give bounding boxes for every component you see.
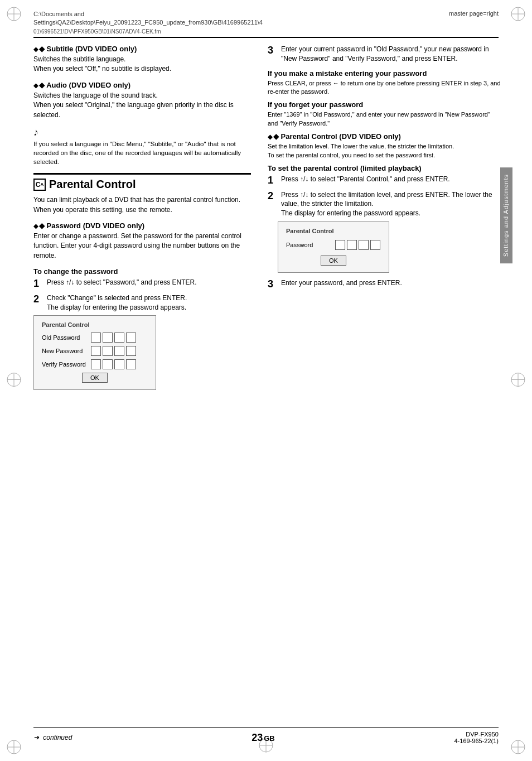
parental-dvd-section: ◆ Parental Control (DVD VIDEO only) Set … [268, 132, 501, 160]
subtitle-title: ◆ Subtitle (DVD VIDEO only) [33, 45, 251, 53]
old-password-boxes [91, 333, 136, 343]
pw-box-9 [91, 359, 101, 369]
set-step-2: 2 Press ↑/↓ to select the limitation lev… [268, 190, 501, 218]
dialog1-verify-password-row: Verify Password [42, 359, 148, 369]
set-step-3-text: Enter your password, and press ENTER. [281, 278, 501, 291]
pw-box-7 [114, 346, 124, 356]
step-2: 2 Check "Change" is selected and press E… [33, 293, 251, 312]
model-info: DVP-FX950 4-169-965-22(1) [454, 731, 499, 744]
note-section: ♪ If you select a language in "Disc Menu… [33, 127, 251, 166]
header-master-page: master page=right [449, 10, 499, 17]
dialog2-ok-button: OK [321, 256, 346, 266]
pw-box-3 [114, 333, 124, 343]
verify-password-boxes [91, 359, 136, 369]
pw-box-4 [126, 333, 136, 343]
dialog1-old-label: Old Password [42, 334, 86, 341]
page-header: C:\Documents and Settings\QA2\Desktop\Fe… [33, 10, 499, 38]
mistake-title: If you make a mistake entering your pass… [268, 69, 501, 78]
parental-control-section: CA Parental Control You can limit playba… [33, 173, 251, 390]
corner-mark-ml [6, 372, 22, 390]
parental-dvd-body: Set the limitation level. The lower the … [268, 142, 501, 160]
pw2-box-4 [370, 240, 380, 250]
page-footer: continued 23 GB DVP-FX950 4-169-965-22(1… [33, 727, 499, 744]
dialog1-ok-row: OK [42, 373, 148, 383]
pw-box-12 [126, 359, 136, 369]
set-parental-section: To set the parental control (limited pla… [268, 164, 501, 291]
step-2-num: 2 [33, 293, 43, 312]
forget-title: If you forget your password [268, 100, 501, 109]
corner-mark-mr [510, 372, 526, 390]
dialog2-password-label: Password [286, 242, 331, 248]
dialog1-old-password-row: Old Password [42, 333, 148, 343]
side-tab: Settings and Adjustments [500, 167, 512, 263]
dialog-parental-control: Parental Control Password OK [278, 221, 389, 273]
password-body: Enter or change a password. Set the pass… [33, 232, 251, 261]
pw-box-2 [103, 333, 113, 343]
page-number: 23 GB [252, 732, 275, 744]
step-1-num: 1 [33, 278, 43, 290]
dialog2-password-row: Password [286, 240, 381, 250]
step-3: 3 Enter your current password in "Old Pa… [268, 45, 501, 64]
parental-control-title: CA Parental Control [33, 178, 251, 191]
dialog1-verify-label: Verify Password [42, 361, 86, 368]
pw-box-10 [103, 359, 113, 369]
main-content: ◆ Subtitle (DVD VIDEO only) Switches the… [33, 45, 501, 705]
password-title: ◆ Password (DVD VIDEO only) [33, 221, 251, 230]
set-step-3: 3 Enter your password, and press ENTER. [268, 278, 501, 291]
corner-mark-br [510, 739, 526, 755]
mistake-body: Press CLEAR, or press ← to return one by… [268, 79, 501, 97]
set-step-1: 1 Press ↑/↓ to select "Parental Control,… [268, 175, 501, 187]
set-step-3-num: 3 [268, 278, 278, 291]
dialog2-ok-row: OK [286, 256, 381, 266]
dialog1-ok-button: OK [82, 373, 108, 383]
pw2-box-1 [335, 240, 345, 250]
dialog1-new-label: New Password [42, 348, 86, 354]
pw-box-6 [103, 346, 113, 356]
continued-label: continued [33, 734, 72, 741]
pw-box-1 [91, 333, 101, 343]
audio-title: ◆ Audio (DVD VIDEO only) [33, 81, 251, 89]
dialog-change-password: Parental Control Old Password New Passwo… [33, 315, 156, 390]
audio-body: Switches the language of the sound track… [33, 91, 251, 120]
pw2-box-2 [347, 240, 357, 250]
parental-dvd-title: ◆ Parental Control (DVD VIDEO only) [268, 132, 501, 141]
page: C:\Documents and Settings\QA2\Desktop\Fe… [0, 0, 532, 761]
pw2-box-3 [359, 240, 369, 250]
dialog1-new-password-row: New Password [42, 346, 148, 356]
mistake-section: If you make a mistake entering your pass… [268, 69, 501, 97]
note-icon: ♪ [33, 127, 251, 138]
dialog1-title: Parental Control [42, 321, 148, 328]
step-3-text: Enter your current password in "Old Pass… [281, 45, 501, 64]
forget-section: If you forget your password Enter "1369"… [268, 100, 501, 128]
step-2-text: Check "Change" is selected and press ENT… [47, 293, 251, 312]
dialog2-password-boxes [335, 240, 380, 250]
dialog2-title: Parental Control [286, 228, 381, 234]
corner-mark-tr [510, 6, 526, 22]
new-password-boxes [91, 346, 136, 356]
parental-icon: CA [33, 179, 46, 191]
pw-box-11 [114, 359, 124, 369]
forget-body: Enter "1369" in "Old Password," and ente… [268, 110, 501, 128]
set-step-2-num: 2 [268, 190, 278, 218]
right-column: 3 Enter your current password in "Old Pa… [268, 45, 501, 294]
change-password-title: To change the password [33, 267, 251, 276]
pw-box-8 [126, 346, 136, 356]
parental-intro: You can limit playback of a DVD that has… [33, 195, 251, 215]
step-3-num: 3 [268, 45, 278, 64]
left-column: ◆ Subtitle (DVD VIDEO only) Switches the… [33, 45, 251, 396]
step-1-text: Press ↑/↓ to select "Password," and pres… [47, 278, 251, 290]
corner-mark-bl [6, 739, 22, 755]
note-text: If you select a language in "Disc Menu,"… [33, 139, 251, 166]
header-path: C:\Documents and Settings\QA2\Desktop\Fe… [33, 10, 263, 27]
header-filename: 01\6996521\DV\PFX950GB\01\NS07ADV4-CEK.f… [33, 27, 499, 35]
set-step-2-text: Press ↑/↓ to select the limitation level… [281, 190, 501, 218]
pw-box-5 [91, 346, 101, 356]
set-step-1-num: 1 [268, 175, 278, 187]
subtitle-body: Switches the subtitle language. When you… [33, 55, 251, 74]
set-parental-title: To set the parental control (limited pla… [268, 164, 501, 172]
corner-mark-tl [6, 6, 22, 22]
step-1: 1 Press ↑/↓ to select "Password," and pr… [33, 278, 251, 290]
set-step-1-text: Press ↑/↓ to select "Parental Control," … [281, 175, 501, 187]
